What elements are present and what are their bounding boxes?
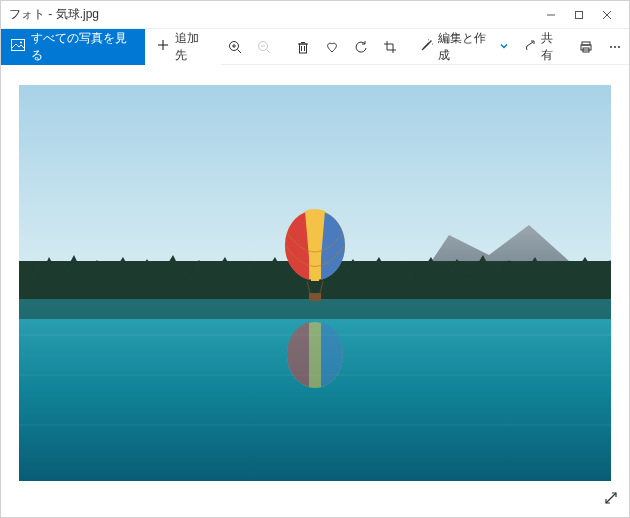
plus-icon [157,39,169,54]
chevron-down-icon [499,40,509,54]
trash-icon[interactable] [288,29,317,65]
add-to-button[interactable]: 追加先 [145,29,221,65]
zoom-in-icon[interactable] [221,29,250,65]
svg-point-24 [428,39,429,40]
svg-rect-1 [576,11,583,18]
more-icon[interactable] [600,29,629,65]
rotate-icon[interactable] [346,29,375,65]
svg-rect-15 [299,44,306,53]
see-all-photos-button[interactable]: すべての写真を見る [1,29,145,65]
photo-icon [11,39,25,54]
photo-image [19,85,611,481]
share-button[interactable]: 共有 [515,29,572,65]
svg-rect-36 [19,299,611,319]
minimize-icon[interactable] [537,4,565,26]
svg-rect-4 [12,40,25,51]
svg-rect-43 [309,293,321,301]
crop-icon[interactable] [375,29,404,65]
svg-point-5 [20,42,22,44]
svg-point-22 [430,40,431,41]
svg-point-29 [610,46,612,48]
close-icon[interactable] [593,4,621,26]
share-label: 共有 [541,30,564,64]
magic-wand-icon [420,38,434,55]
window-controls [537,4,621,26]
toolbar: すべての写真を見る 追加先 [1,29,629,65]
zoom-out-icon[interactable] [250,29,279,65]
app-window: フォト - 気球.jpg すべての写真を見る 追加先 [0,0,630,518]
svg-point-23 [432,44,433,45]
svg-line-45 [606,493,616,503]
window-title: フォト - 気球.jpg [9,6,537,23]
title-bar: フォト - 気球.jpg [1,1,629,29]
heart-icon[interactable] [317,29,346,65]
see-all-photos-label: すべての写真を見る [31,30,135,64]
svg-line-13 [267,49,271,53]
diagonal-arrows-icon[interactable] [603,490,619,509]
svg-line-9 [238,49,242,53]
print-icon[interactable] [571,29,600,65]
share-icon [523,38,537,55]
svg-line-21 [424,41,431,48]
edit-create-button[interactable]: 編集と作成 [414,29,515,65]
photo-viewer [1,65,629,517]
svg-line-25 [527,42,533,46]
edit-create-label: 編集と作成 [438,30,495,64]
svg-point-30 [614,46,616,48]
add-to-label: 追加先 [175,30,209,64]
maximize-icon[interactable] [565,4,593,26]
svg-point-31 [618,46,620,48]
